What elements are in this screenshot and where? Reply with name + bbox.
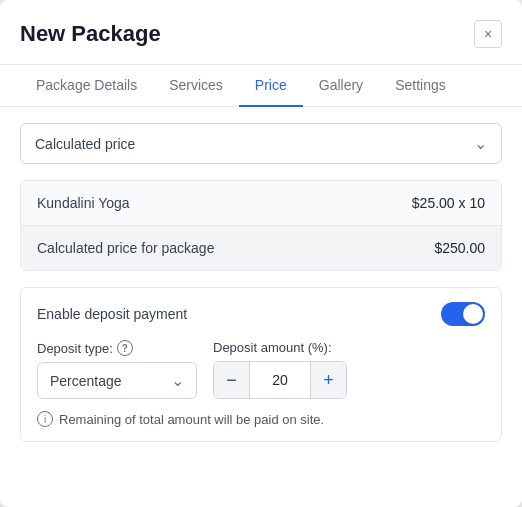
- deposit-amount-group: Deposit amount (%): − +: [213, 340, 347, 399]
- modal-title: New Package: [20, 21, 161, 47]
- chevron-down-icon: ⌄: [171, 371, 184, 390]
- deposit-info-text: Remaining of total amount will be paid o…: [59, 412, 324, 427]
- info-icon: i: [37, 411, 53, 427]
- deposit-type-group: Deposit type: ? Percentage ⌄: [37, 340, 197, 399]
- plus-icon: +: [323, 370, 334, 391]
- modal-header: New Package ×: [0, 0, 522, 65]
- tab-services[interactable]: Services: [153, 65, 239, 107]
- total-label: Calculated price for package: [37, 240, 214, 256]
- close-button[interactable]: ×: [474, 20, 502, 48]
- service-name: Kundalini Yoga: [37, 195, 130, 211]
- deposit-toggle-row: Enable deposit payment: [37, 302, 485, 326]
- chevron-down-icon: ⌄: [474, 134, 487, 153]
- tab-content: Calculated price ⌄ Kundalini Yoga $25.00…: [0, 107, 522, 458]
- total-price: $250.00: [434, 240, 485, 256]
- deposit-type-label: Deposit type: ?: [37, 340, 197, 356]
- tab-gallery[interactable]: Gallery: [303, 65, 379, 107]
- stepper-plus-button[interactable]: +: [310, 362, 346, 398]
- tab-settings[interactable]: Settings: [379, 65, 462, 107]
- tab-price[interactable]: Price: [239, 65, 303, 107]
- tab-bar: Package Details Services Price Gallery S…: [0, 65, 522, 107]
- enable-deposit-label: Enable deposit payment: [37, 306, 187, 322]
- minus-icon: −: [226, 370, 237, 391]
- deposit-amount-input[interactable]: [250, 362, 310, 398]
- deposit-section: Enable deposit payment Deposit type: ? P…: [20, 287, 502, 442]
- deposit-type-dropdown[interactable]: Percentage ⌄: [37, 362, 197, 399]
- price-row-total: Calculated price for package $250.00: [21, 226, 501, 270]
- tab-package-details[interactable]: Package Details: [20, 65, 153, 107]
- price-type-value: Calculated price: [35, 136, 135, 152]
- price-table: Kundalini Yoga $25.00 x 10 Calculated pr…: [20, 180, 502, 271]
- close-icon: ×: [484, 26, 492, 42]
- price-row-service: Kundalini Yoga $25.00 x 10: [21, 181, 501, 226]
- enable-deposit-toggle[interactable]: [441, 302, 485, 326]
- price-type-dropdown[interactable]: Calculated price ⌄: [20, 123, 502, 164]
- deposit-info-row: i Remaining of total amount will be paid…: [37, 411, 485, 427]
- deposit-controls: Deposit type: ? Percentage ⌄ Deposit amo…: [37, 340, 485, 399]
- deposit-amount-label: Deposit amount (%):: [213, 340, 347, 355]
- service-price: $25.00 x 10: [412, 195, 485, 211]
- new-package-modal: New Package × Package Details Services P…: [0, 0, 522, 507]
- deposit-amount-stepper: − +: [213, 361, 347, 399]
- stepper-minus-button[interactable]: −: [214, 362, 250, 398]
- deposit-type-help-icon[interactable]: ?: [117, 340, 133, 356]
- deposit-type-value: Percentage: [50, 373, 122, 389]
